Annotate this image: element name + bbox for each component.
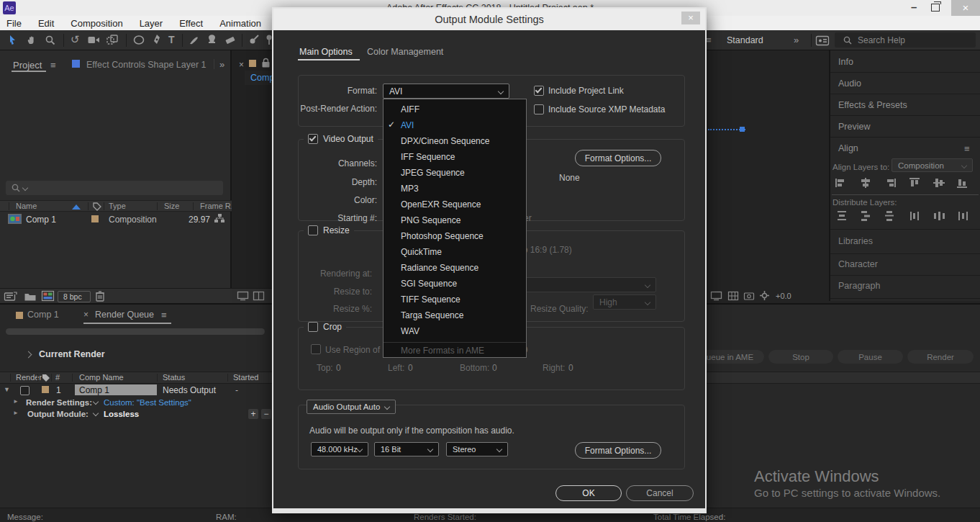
- dropdown-option-jpeg[interactable]: JPEG Sequence: [384, 165, 526, 181]
- crop-checkbox[interactable]: [308, 322, 318, 332]
- chevron-down-icon[interactable]: [93, 410, 99, 416]
- audio-format-options-button[interactable]: Format Options...: [575, 442, 661, 459]
- audio-output-dropdown[interactable]: Audio Output Auto: [307, 400, 396, 414]
- video-output-checkbox[interactable]: [308, 134, 318, 144]
- render-button[interactable]: Render: [907, 350, 974, 364]
- panel-menu-icon[interactable]: ≡: [964, 143, 970, 155]
- grid-icon[interactable]: [728, 292, 738, 300]
- ok-button[interactable]: OK: [555, 485, 622, 501]
- dropdown-option-sgi[interactable]: SGI Sequence: [384, 276, 526, 292]
- tab-project[interactable]: Project: [13, 60, 42, 71]
- dropdown-option-photoshop[interactable]: Photoshop Sequence: [384, 228, 526, 244]
- panel-info[interactable]: Info: [838, 57, 853, 68]
- clone-stamp-tool-icon[interactable]: [207, 34, 217, 45]
- dropdown-option-avi[interactable]: AVI: [384, 117, 526, 133]
- dropdown-option-aiff[interactable]: AIFF: [384, 102, 526, 117]
- tab-overflow-icon[interactable]: »: [219, 59, 224, 71]
- restore-icon[interactable]: [931, 4, 940, 12]
- crop-right-value[interactable]: 0: [568, 363, 573, 374]
- bit-depth-dropdown[interactable]: 16 Bit: [374, 442, 439, 456]
- expand-triangle-icon[interactable]: ▼: [4, 386, 10, 394]
- distribute-center-horizontal-icon[interactable]: [932, 210, 946, 222]
- dropdown-option-mp3[interactable]: MP3: [384, 181, 526, 197]
- close-tab-icon[interactable]: ×: [83, 310, 89, 320]
- dropdown-option-targa[interactable]: Targa Sequence: [384, 307, 526, 323]
- new-folder-icon[interactable]: [24, 292, 36, 301]
- zoom-tool-icon[interactable]: [45, 35, 56, 46]
- tab-comp1[interactable]: Comp 1: [27, 310, 59, 321]
- panel-paragraph[interactable]: Paragraph: [838, 281, 880, 292]
- audio-channels-dropdown[interactable]: Stereo: [446, 442, 508, 456]
- screen-layout-icon[interactable]: [253, 292, 264, 300]
- stop-button[interactable]: Stop: [768, 350, 833, 364]
- tab-color-management[interactable]: Color Management: [367, 47, 443, 58]
- panel-preview[interactable]: Preview: [838, 122, 870, 133]
- use-region-checkbox[interactable]: [311, 344, 321, 354]
- include-project-link-checkbox[interactable]: [534, 86, 544, 96]
- chevron-down-icon[interactable]: [93, 399, 99, 405]
- crop-left-value[interactable]: 0: [408, 363, 413, 374]
- sort-ascending-icon[interactable]: [72, 204, 81, 210]
- resize-checkbox[interactable]: [308, 225, 318, 235]
- new-composition-icon[interactable]: [42, 291, 54, 301]
- dropdown-option-more-formats-ame[interactable]: More Formats in AME: [384, 343, 526, 359]
- panel-effects-presets[interactable]: Effects & Presets: [838, 100, 907, 112]
- dropdown-option-iff[interactable]: IFF Sequence: [384, 149, 526, 165]
- dropdown-option-tiff[interactable]: TIFF Sequence: [384, 292, 526, 307]
- render-enable-checkbox[interactable]: [20, 386, 30, 395]
- shape-tool-icon[interactable]: [133, 35, 145, 45]
- snapshot-icon[interactable]: [744, 292, 754, 300]
- panel-libraries[interactable]: Libraries: [838, 236, 873, 248]
- dropdown-option-radiance[interactable]: Radiance Sequence: [384, 260, 526, 276]
- roto-brush-tool-icon[interactable]: [248, 34, 260, 45]
- menu-composition[interactable]: Composition: [71, 18, 122, 29]
- dropdown-option-openexr[interactable]: OpenEXR Sequence: [384, 197, 526, 212]
- distribute-left-icon[interactable]: [908, 210, 922, 222]
- column-size[interactable]: Size: [164, 202, 179, 212]
- label-color-swatch[interactable]: [249, 60, 256, 67]
- panel-menu-icon[interactable]: ≡: [50, 60, 56, 71]
- camera-tool-icon[interactable]: [88, 35, 100, 45]
- align-left-icon[interactable]: [835, 177, 849, 189]
- search-options-chevron-icon[interactable]: [22, 185, 28, 191]
- resize-quality-dropdown[interactable]: High: [593, 294, 656, 310]
- type-tool-icon[interactable]: T: [168, 34, 175, 47]
- dialog-close-button[interactable]: ×: [681, 12, 700, 24]
- bit-depth-button[interactable]: 8 bpc: [58, 291, 91, 302]
- queue-comp-name[interactable]: Comp 1: [79, 385, 109, 396]
- dropdown-option-quicktime[interactable]: QuickTime: [384, 244, 526, 260]
- current-render-label[interactable]: Current Render: [39, 349, 105, 361]
- comp-tab[interactable]: Comp: [245, 71, 272, 85]
- eraser-tool-icon[interactable]: [224, 35, 237, 45]
- lock-icon[interactable]: [262, 58, 270, 68]
- format-dropdown[interactable]: AVI: [383, 84, 509, 99]
- align-target-dropdown[interactable]: Composition: [891, 158, 973, 172]
- dropdown-option-wav[interactable]: WAV: [384, 323, 526, 339]
- exposure-value[interactable]: +0.0: [776, 292, 791, 302]
- cancel-button[interactable]: Cancel: [626, 485, 694, 501]
- menu-effect[interactable]: Effect: [179, 18, 203, 29]
- pause-button[interactable]: Pause: [838, 350, 903, 364]
- close-tab-icon[interactable]: ×: [239, 60, 244, 71]
- crop-top-value[interactable]: 0: [336, 363, 341, 374]
- keyframe-marker[interactable]: [740, 127, 745, 132]
- pen-tool-icon[interactable]: [152, 34, 162, 45]
- align-center-horizontal-icon[interactable]: [858, 177, 873, 189]
- panel-audio[interactable]: Audio: [838, 78, 861, 90]
- label-color-swatch[interactable]: [42, 386, 49, 393]
- workspace-settings-icon[interactable]: [816, 36, 829, 45]
- tab-main-options[interactable]: Main Options: [299, 47, 353, 58]
- rotate-tool-icon[interactable]: ↺: [71, 33, 80, 47]
- column-status[interactable]: Status: [163, 373, 185, 383]
- project-row-comp1[interactable]: Comp 1 Composition 29.97: [0, 212, 232, 225]
- column-started[interactable]: Started: [233, 373, 258, 383]
- project-search-box[interactable]: [6, 181, 223, 195]
- row-comp-name[interactable]: Comp 1: [26, 215, 56, 225]
- align-right-icon[interactable]: [882, 177, 897, 189]
- minimize-icon[interactable]: –: [911, 1, 917, 14]
- column-number[interactable]: #: [55, 373, 60, 383]
- tag-icon[interactable]: [42, 374, 50, 382]
- remove-output-module-button[interactable]: −: [261, 409, 271, 419]
- distribute-bottom-icon[interactable]: [882, 210, 897, 222]
- dropdown-option-dpx[interactable]: DPX/Cineon Sequence: [384, 133, 526, 149]
